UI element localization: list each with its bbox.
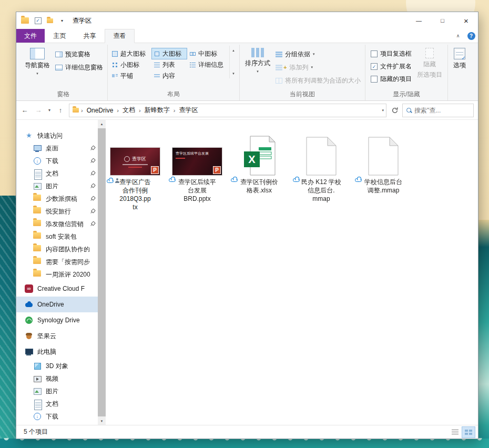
large-icons-view-icon [465,430,468,432]
layout-medium-icons[interactable]: 中图标 [188,48,228,59]
breadcrumb-current-folder[interactable]: 查学区 [177,106,199,115]
sidebar-item-folder-tianfa[interactable]: 添发微信营销 [16,218,98,230]
hidden-items-checkbox[interactable]: 隐藏的项目 [371,75,412,84]
pictures-icon [33,387,42,395]
breadcrumb-xinfeng[interactable]: 新蜂数字 [143,106,171,115]
file-item-mmap-school[interactable]: 学校信息后台 调整.mmap [356,134,411,195]
sidebar-item-videos[interactable]: 视频 [16,372,98,385]
close-button[interactable]: × [454,12,478,29]
collapse-ribbon-button[interactable]: ∧ [452,29,464,43]
tab-view[interactable]: 查看 [105,29,135,43]
sidebar-item-folder-yuean[interactable]: 悦安旅行 [16,205,98,218]
file-name: 查学区刊例价 格表.xlsx [232,178,287,195]
folder-icon [33,220,41,226]
maximize-button[interactable]: □ [431,12,454,29]
file-item-mmap-k12[interactable]: 民办 K12 学校 信息后台. mmap [294,134,349,203]
layout-tiles[interactable]: 平铺 [110,70,151,81]
navigation-pane-label: 导航窗格 [25,61,50,70]
scrollbar-thumb[interactable] [98,128,106,416]
sidebar-item-folder-shaoshupai[interactable]: 少数派撰稿 [16,192,98,205]
layout-scroll-arrows: ▲ ▼ [229,46,237,78]
search-input[interactable] [414,107,470,114]
breadcrumb-onedrive[interactable]: OneDrive [85,107,115,114]
layout-details[interactable]: 详细信息 [188,59,228,70]
sidebar-item-synology-drive[interactable]: Synology Drive [16,312,98,328]
layout-scroll-up-button[interactable]: ▲ [232,49,235,52]
customize-quick-access-button[interactable]: ▾ [58,16,66,25]
sidebar-item-desktop[interactable]: 桌面 [16,142,98,155]
sidebar-item-nutstore[interactable]: 坚果云 [16,328,98,344]
address-box[interactable]: › OneDrive › 文档 › 新蜂数字 › 查学区 ▾ [69,104,386,117]
item-checkboxes-checkbox[interactable]: 项目复选框 [371,49,412,58]
new-folder-button[interactable] [46,16,54,25]
layout-item-label: 超大图标 [120,49,146,58]
scroll-up-arrow[interactable]: ▲ [98,120,106,128]
sidebar-item-pictures-pc[interactable]: 图片 [16,385,98,398]
up-button[interactable]: ↑ [54,104,67,117]
large-icons-view-toggle-button[interactable] [462,427,475,437]
properties-button[interactable]: ✓ [34,16,42,25]
scroll-down-arrow[interactable]: ▼ [98,417,106,425]
navigation-pane-button[interactable]: 导航窗格 ▾ [22,46,53,78]
sidebar-item-documents[interactable]: 文档 [16,167,98,180]
options-button[interactable]: ✓ 选项 [450,46,469,72]
address-history-dropdown[interactable]: ▾ [382,108,384,113]
sort-by-button[interactable]: 排序方式 ▾ [242,46,273,76]
file-item-ppt-2018q3[interactable]: 查学区 P 查学区广告 合作刊例 2018Q3.pp tx [108,134,162,211]
tab-share[interactable]: 共享 [75,29,105,43]
layout-scroll-down-button[interactable]: ▼ [232,72,235,75]
layout-content[interactable]: 内容 [152,70,187,81]
minimize-button[interactable]: — [407,12,431,29]
size-all-columns-button[interactable]: 将所有列调整为合适的大小 [273,75,363,86]
refresh-button[interactable] [389,104,401,117]
add-columns-button[interactable]: + 添加列 ▾ [273,62,363,73]
documents-icon [33,400,42,408]
powerpoint-badge: P [213,166,221,174]
sidebar-item-3d-objects[interactable]: 3D 对象 [16,360,98,372]
small-icons-icon [111,62,118,68]
breadcrumb-documents[interactable]: 文档 [121,106,137,115]
sidebar-item-folder-content-team[interactable]: 内容团队协作的 [16,243,98,256]
details-view-icon [452,430,459,435]
layout-grid-wrap: 超大图标 大图标 中图标 小图标 [110,46,237,81]
layout-extra-large-icons[interactable]: 超大图标 [110,48,151,59]
sidebar-item-downloads-pc[interactable]: ↓ 下载 [16,410,98,423]
forward-button[interactable]: → [32,104,45,117]
sidebar-item-downloads[interactable]: ↓ 下载 [16,155,98,167]
recent-locations-dropdown[interactable]: ▾ [46,104,53,117]
details-view-toggle-button[interactable] [449,427,461,437]
file-item-ppt-brd[interactable]: 查学区后续平台发展 P 查学区后续平 台发展 BRD.pptx [170,134,225,203]
sidebar-item-quick-access[interactable]: ★ 快速访问 [16,129,98,142]
check-glyph: ✓ [462,55,466,61]
sidebar-item-label: 图片 [46,182,58,191]
sidebar-item-label: 悦安旅行 [46,207,71,216]
tab-file[interactable]: 文件 [16,29,45,43]
layout-list[interactable]: 列表 [152,59,187,70]
sidebar-item-folder-ondemand-sync[interactable]: 需要「按需同步 [16,256,98,268]
sidebar-item-creative-cloud[interactable]: ∞ Creative Cloud F [16,281,98,297]
layout-item-label: 大图标 [162,49,181,58]
hide-selected-items-button[interactable]: 隐藏 所选项目 [414,46,445,82]
sidebar-item-onedrive[interactable]: OneDrive [16,297,98,312]
sidebar-item-label: Synology Drive [37,317,80,324]
tab-home[interactable]: 主页 [45,29,75,43]
file-extensions-checkbox[interactable]: ✓ 文件扩展名 [371,62,412,71]
layout-large-icons[interactable]: 大图标 [152,48,187,59]
sidebar-item-this-pc[interactable]: 此电脑 [16,344,98,360]
sidebar-item-folder-soft[interactable]: soft 安装包 [16,230,98,243]
person-icon [115,178,119,184]
details-pane-button[interactable]: 详细信息窗格 [53,62,105,73]
file-item-xlsx-pricelist[interactable]: X 查学区刊例价 格表.xlsx [232,134,287,195]
layout-small-icons[interactable]: 小图标 [110,59,151,70]
sidebar-item-pictures[interactable]: 图片 [16,180,98,192]
group-by-button[interactable]: 分组依据 ▾ [273,49,363,59]
plus-icon: + [283,64,287,70]
back-button[interactable]: ← [18,104,31,117]
breadcrumb-separator-icon: › [139,107,141,114]
sidebar-scrollbar[interactable]: ▲ ▼ [98,120,106,425]
title-bar: ✓ ▾ 查学区 — □ × [16,12,478,29]
preview-pane-button[interactable]: 预览窗格 [53,49,105,59]
help-button[interactable]: ? [464,29,478,43]
sidebar-item-folder-weekly[interactable]: 一周派评 20200 [16,268,98,281]
sidebar-item-documents-pc[interactable]: 文档 [16,398,98,410]
